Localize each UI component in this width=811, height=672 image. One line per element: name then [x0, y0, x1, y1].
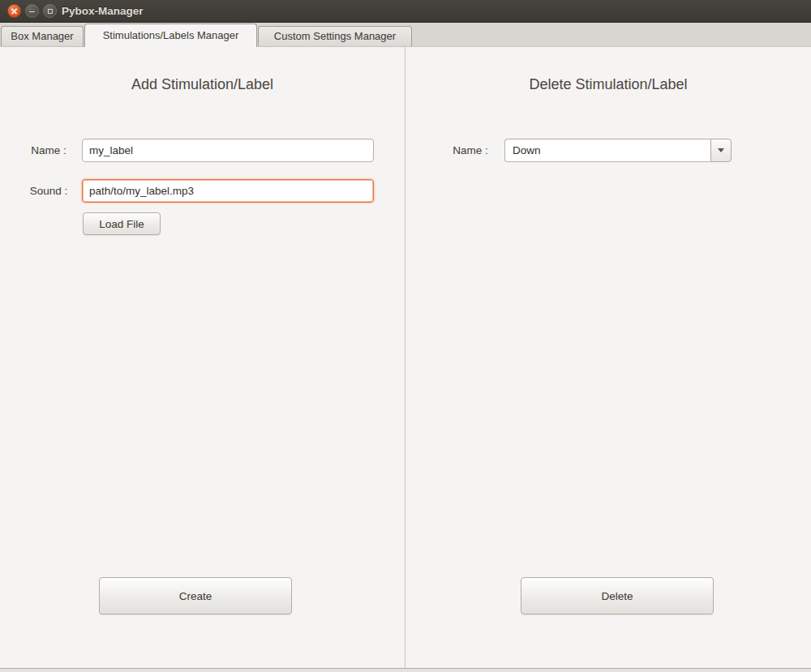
app-window: Pybox-Manager Box Manager Stimulations/L… — [0, 0, 811, 672]
add-panel-title: Add Stimulation/Label — [0, 76, 405, 93]
window-bottom-edge — [0, 668, 811, 672]
load-file-button[interactable]: Load File — [83, 212, 161, 235]
delete-button[interactable]: Delete — [521, 577, 714, 614]
maximize-icon — [48, 9, 53, 14]
tab-stimulations-labels-manager[interactable]: Stimulations/Labels Manager — [84, 24, 257, 47]
dropdown-arrow-button[interactable] — [710, 139, 732, 162]
name-dropdown[interactable]: Down — [504, 139, 732, 162]
sound-label: Sound : — [20, 185, 77, 197]
add-stimulation-panel: Add Stimulation/Label Name : Sound : Loa… — [0, 47, 406, 668]
content-area: Add Stimulation/Label Name : Sound : Loa… — [0, 46, 811, 668]
name-input[interactable] — [82, 139, 374, 162]
close-button[interactable] — [7, 4, 21, 18]
name-label: Name : — [442, 144, 499, 156]
dropdown-selected-value: Down — [504, 139, 710, 162]
window-title: Pybox-Manager — [62, 0, 144, 23]
tab-bar: Box Manager Stimulations/Labels Manager … — [0, 23, 811, 46]
titlebar[interactable]: Pybox-Manager — [0, 0, 811, 23]
delete-stimulation-panel: Delete Stimulation/Label Name : Down Del… — [406, 47, 811, 668]
create-button[interactable]: Create — [99, 577, 292, 614]
close-icon — [11, 8, 17, 14]
chevron-down-icon — [718, 148, 724, 152]
maximize-button[interactable] — [43, 4, 57, 18]
name-label: Name : — [20, 144, 77, 156]
minimize-button[interactable] — [25, 4, 39, 18]
tab-custom-settings-manager[interactable]: Custom Settings Manager — [258, 26, 412, 46]
minimize-icon — [29, 11, 35, 13]
tab-box-manager[interactable]: Box Manager — [1, 26, 84, 46]
delete-panel-title: Delete Stimulation/Label — [406, 76, 811, 93]
sound-input[interactable] — [82, 179, 374, 203]
